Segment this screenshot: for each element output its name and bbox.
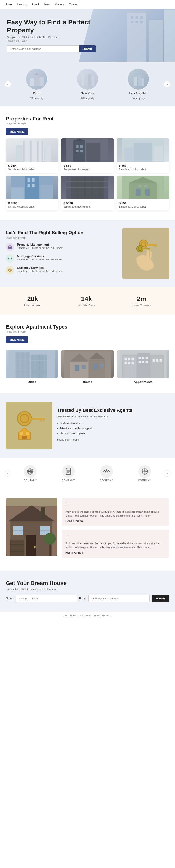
service-currency-desc: Sample text. Click to select the Text El… bbox=[17, 270, 64, 273]
service-mortgage-desc: Sample text. Click to select the Text El… bbox=[17, 258, 64, 261]
svg-rect-34 bbox=[80, 145, 83, 148]
property-card-1[interactable]: $ 250 Sample text click to select bbox=[6, 138, 58, 173]
property-price-4: $ 2500 bbox=[8, 202, 56, 205]
logos-next-arrow[interactable]: › bbox=[164, 470, 170, 477]
nav-gallery[interactable]: Gallery bbox=[55, 3, 64, 6]
city-paris[interactable]: Paris 13 Property bbox=[26, 69, 47, 99]
logo-2: COMPANY bbox=[62, 465, 75, 482]
nav-home[interactable]: Home bbox=[5, 3, 12, 6]
hero-sample-text: Sample text. Click to select the Text El… bbox=[7, 36, 96, 39]
svg-rect-3 bbox=[130, 16, 133, 19]
logos-section: ‹ COMPANY bbox=[0, 458, 175, 489]
selling-right bbox=[123, 228, 169, 279]
apartment-apartments[interactable]: Appartments bbox=[117, 350, 169, 384]
svg-rect-15 bbox=[82, 73, 84, 86]
svg-rect-129 bbox=[26, 433, 29, 435]
logo-1: COMPANY bbox=[24, 465, 37, 482]
la-count: 34 property bbox=[132, 97, 145, 99]
properties-rent-section: Properties For Rent Image from Freepik V… bbox=[0, 106, 175, 220]
property-card-4[interactable]: $ 2500 Sample text click to select bbox=[6, 176, 58, 211]
svg-rect-73 bbox=[155, 244, 156, 247]
testimonial-text-2: Proin sed libero enim sed faucibus turpi… bbox=[65, 541, 166, 549]
logo-label-1: COMPANY bbox=[24, 479, 37, 482]
property-image-6 bbox=[117, 176, 169, 199]
cities-list: Paris 13 Property New York 46 Property bbox=[11, 69, 164, 99]
selling-keys-photo bbox=[123, 228, 169, 279]
property-card-5[interactable]: $ 5600 Sample text click to select bbox=[61, 176, 114, 211]
svg-rect-119 bbox=[156, 359, 158, 362]
apartment-house[interactable]: House bbox=[61, 350, 114, 384]
trusted-features-list: Find excellent deals Friendly host & Fas… bbox=[57, 421, 169, 436]
testimonials-right: “ Proin sed libero enim sed faucibus tur… bbox=[62, 498, 169, 561]
hero-content: Easy Way to Find a Perfect Property Samp… bbox=[7, 19, 96, 52]
hero-email-input[interactable] bbox=[7, 45, 79, 52]
property-card-3[interactable]: $ 550 Sample text click to select bbox=[117, 138, 169, 173]
svg-rect-7 bbox=[135, 21, 138, 23]
nav-team[interactable]: Team bbox=[44, 3, 50, 6]
svg-rect-28 bbox=[42, 141, 43, 162]
service-property-title: Property Management bbox=[17, 243, 64, 246]
apartment-title: Explore Apartment Types bbox=[6, 324, 169, 330]
footer: Sample text. Click to select the Text El… bbox=[0, 611, 175, 620]
stat-award-num: 20k bbox=[24, 295, 41, 303]
trusted-desc: Sample text. Click to select the Text El… bbox=[57, 415, 169, 418]
logo-label-2: COMPANY bbox=[62, 479, 75, 482]
svg-rect-8 bbox=[140, 21, 143, 23]
svg-rect-25 bbox=[23, 141, 25, 162]
trusted-right: Trusted By Best Exclusive Agents Sample … bbox=[57, 407, 169, 444]
svg-rect-68 bbox=[123, 228, 169, 279]
cities-next-arrow[interactable]: › bbox=[164, 81, 170, 87]
nav-about[interactable]: About bbox=[32, 3, 39, 6]
stat-customer-label: Happy Customer bbox=[132, 304, 151, 307]
property-info-1: $ 250 Sample text click to select bbox=[6, 162, 58, 173]
logo-label-4: COMPANY bbox=[138, 479, 151, 482]
logos-prev-arrow[interactable]: ‹ bbox=[5, 470, 11, 477]
svg-rect-17 bbox=[88, 74, 91, 86]
property-desc-2: Sample text click to select bbox=[64, 168, 111, 171]
svg-rect-148 bbox=[26, 535, 36, 556]
property-card-6[interactable]: $ 150 Sample text click to select bbox=[117, 176, 169, 211]
service-property-management: Property Management Sample text. Click t… bbox=[6, 243, 118, 251]
apartment-office[interactable]: Office bbox=[6, 350, 58, 384]
property-info-6: $ 150 Sample text click to select bbox=[117, 199, 169, 211]
apartment-view-more[interactable]: VIEW MORE bbox=[6, 337, 28, 343]
dream-sample-text: Sample text. Click to select the Text El… bbox=[6, 588, 169, 590]
trusted-photo bbox=[6, 402, 52, 449]
city-newyork[interactable]: New York 46 Property bbox=[77, 69, 98, 99]
svg-rect-128 bbox=[20, 433, 23, 435]
svg-rect-50 bbox=[71, 177, 104, 199]
dream-name-input[interactable] bbox=[16, 595, 77, 602]
svg-rect-11 bbox=[34, 74, 39, 86]
properties-rent-title: Properties For Rent bbox=[6, 116, 169, 122]
properties-view-more[interactable]: VIEW MORE bbox=[6, 128, 28, 135]
cities-section: ‹ Paris 13 Property bbox=[0, 62, 175, 106]
cities-prev-arrow[interactable]: ‹ bbox=[5, 81, 11, 87]
house-label: House bbox=[83, 380, 92, 384]
selling-left: Let's Find The Right Selling Option Imag… bbox=[6, 229, 118, 278]
dream-email-input[interactable] bbox=[89, 595, 150, 602]
stat-customer-num: 2m bbox=[132, 295, 151, 303]
svg-rect-115 bbox=[139, 361, 141, 364]
paris-name: Paris bbox=[33, 91, 40, 95]
logo-label-3: COMPANY bbox=[100, 479, 113, 482]
svg-rect-147 bbox=[41, 507, 46, 519]
apartments-label: Appartments bbox=[134, 380, 152, 384]
dream-submit-button[interactable]: SUBMIT bbox=[152, 595, 169, 602]
property-card-2[interactable]: $ 550 Sample text click to select bbox=[61, 138, 114, 173]
apartment-grid: Office House bbox=[6, 350, 169, 384]
property-image-5 bbox=[61, 176, 114, 199]
stat-award-label: Award Winning bbox=[24, 304, 41, 307]
city-la[interactable]: Los Angeles 34 property bbox=[128, 69, 149, 99]
nav-contact[interactable]: Contact bbox=[69, 3, 78, 6]
svg-rect-64 bbox=[144, 185, 148, 187]
mortgage-icon bbox=[6, 254, 14, 263]
nav-landing[interactable]: Landing bbox=[17, 3, 27, 6]
stats-section: 20k Award Winning 14k Property Ready 2m … bbox=[0, 287, 175, 315]
hero-submit-button[interactable]: SUBMIT bbox=[79, 45, 95, 52]
svg-rect-59 bbox=[129, 183, 157, 199]
property-desc-4: Sample text click to select bbox=[8, 206, 56, 208]
svg-rect-76 bbox=[142, 248, 150, 249]
trusted-feature-1: Find excellent deals bbox=[57, 421, 169, 426]
testimonial-card-1: “ Proin sed libero enim sed faucibus tur… bbox=[62, 498, 169, 526]
svg-rect-109 bbox=[124, 362, 127, 364]
